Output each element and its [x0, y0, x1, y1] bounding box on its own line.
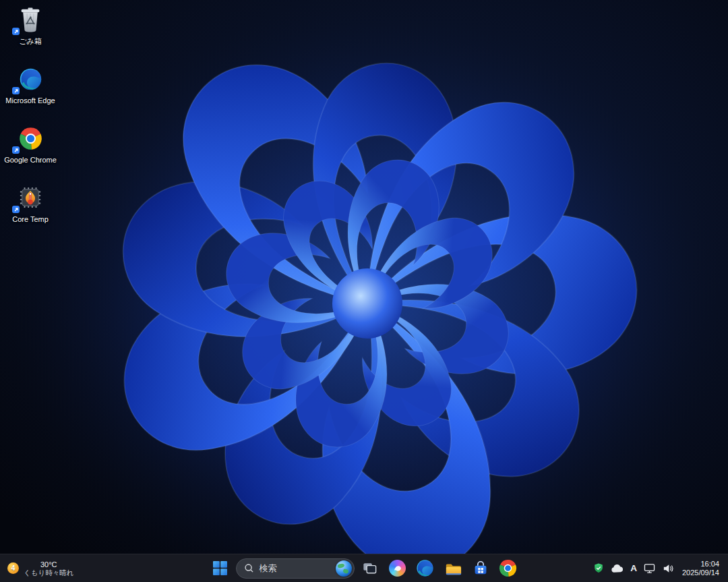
microsoft-edge-taskbar-button[interactable] [413, 556, 437, 581]
network-ethernet-icon [644, 563, 655, 574]
copilot-button[interactable] [386, 556, 410, 581]
network-tray-button[interactable] [640, 556, 659, 581]
copilot-icon [389, 560, 406, 577]
desktop-icon-label: ごみ箱 [19, 37, 42, 46]
search-icon [244, 563, 254, 573]
shortcut-arrow-icon [12, 146, 20, 154]
start-button[interactable] [208, 556, 233, 581]
google-chrome-icon [499, 559, 517, 577]
search-box[interactable]: 検索 [236, 558, 355, 579]
file-explorer-button[interactable] [441, 556, 465, 581]
desktop-icon-label: Core Temp [12, 215, 49, 224]
ime-mode-button[interactable]: A [627, 556, 640, 581]
taskbar: 4 30°C くもり時々晴れ [0, 554, 728, 582]
shortcut-arrow-icon [12, 28, 20, 35]
onedrive-tray-button[interactable] [607, 556, 627, 581]
desktop-icon-core-temp[interactable]: Core Temp [4, 182, 57, 235]
system-tray: A 16:04 2025/09/14 [590, 554, 728, 582]
cloud-icon [611, 564, 624, 573]
desktop: ごみ箱 Microsoft Edge [0, 0, 728, 554]
weather-temperature: 30°C [24, 560, 73, 569]
widgets-weather-button[interactable]: 4 30°C くもり時々晴れ [0, 554, 81, 582]
taskbar-center: 検索 [208, 554, 520, 582]
desktop-icon-google-chrome[interactable]: Google Chrome [4, 123, 57, 176]
speaker-icon [662, 563, 673, 574]
desktop-icon-microsoft-edge[interactable]: Microsoft Edge [4, 63, 57, 117]
weather-badge: 4 [7, 562, 19, 574]
microsoft-edge-icon [416, 559, 434, 577]
microsoft-store-icon [472, 560, 489, 577]
clock-time: 16:04 [700, 560, 719, 569]
google-chrome-taskbar-button[interactable] [496, 556, 520, 581]
wallpaper-bloom [0, 0, 728, 554]
windows-security-tray-button[interactable] [590, 556, 607, 581]
ime-mode-indicator: A [630, 563, 637, 573]
file-explorer-icon [444, 560, 462, 577]
shortcut-arrow-icon [12, 206, 20, 213]
security-shield-icon [593, 562, 604, 574]
microsoft-edge-icon [4, 63, 57, 94]
search-placeholder: 検索 [260, 562, 330, 575]
desktop-icon-recycle-bin[interactable]: ごみ箱 [4, 4, 57, 57]
clock-date: 2025/09/14 [682, 569, 719, 577]
shortcut-arrow-icon [12, 87, 20, 94]
core-temp-icon [4, 182, 57, 213]
google-chrome-icon [4, 123, 57, 154]
weather-condition: くもり時々晴れ [24, 569, 73, 577]
desktop-icon-label: Google Chrome [4, 156, 57, 165]
task-view-button[interactable] [358, 556, 382, 581]
task-view-icon [361, 560, 378, 577]
volume-tray-button[interactable] [659, 556, 677, 581]
desktop-icon-label: Microsoft Edge [5, 96, 55, 105]
recycle-bin-icon [4, 4, 57, 35]
microsoft-store-button[interactable] [468, 556, 493, 581]
clock[interactable]: 16:04 2025/09/14 [677, 560, 722, 577]
bing-daily-image-icon [336, 560, 352, 577]
desktop-icon-list: ごみ箱 Microsoft Edge [4, 4, 57, 235]
windows-logo-icon [213, 561, 227, 575]
weather-text: 30°C くもり時々晴れ [24, 560, 73, 577]
